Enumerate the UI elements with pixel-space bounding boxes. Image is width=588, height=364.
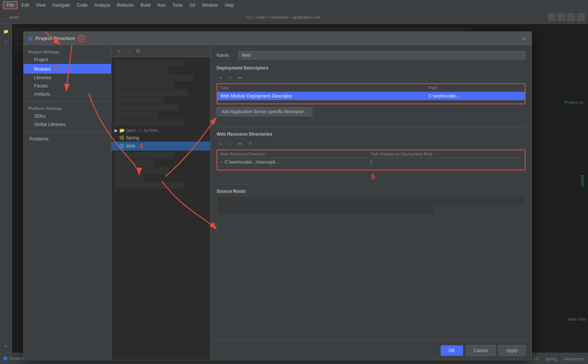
menu-window[interactable]: Window [199, 1, 221, 9]
dialog-title: ⊞ Project Structure 2 [28, 35, 85, 42]
toolbar-run-icon[interactable] [548, 13, 556, 21]
tree-project-root[interactable]: ▶ 📂 jawn...l...ta-forw... [111, 127, 210, 134]
tree-blurred-row [114, 160, 154, 166]
dialog-nav-panel: Project Settings Project Modules 3 Libra… [24, 45, 111, 360]
cancel-button[interactable]: Cancel [466, 345, 496, 356]
dialog-close-button[interactable]: ✕ [521, 36, 527, 41]
nav-divider2 [24, 132, 111, 132]
nav-problems[interactable]: Problems [24, 135, 111, 143]
tree-web-item[interactable]: 🌐 Web 4 [111, 142, 210, 151]
dialog-content-panel: Name: Deployment Descriptors + − ✏ [211, 45, 532, 360]
dialog-tree-panel: + − ⧉ ▶ [111, 45, 211, 360]
deployment-descriptors-title: Deployment Descriptors [217, 65, 526, 71]
tree-blurred-row [114, 82, 174, 89]
tree-add-btn[interactable]: + [114, 47, 123, 55]
menu-git[interactable]: Git [187, 1, 198, 9]
tree-blurred-row [114, 182, 184, 189]
menu-help[interactable]: Help [222, 1, 237, 9]
col-type: Type [217, 84, 426, 92]
deployment-table-row[interactable]: Web Module Deployment Descriptor C:\work… [217, 92, 525, 101]
deployment-path-cell: C:\work\code\... [426, 92, 525, 101]
menu-run[interactable]: Run [154, 1, 169, 9]
col-web-dir: Web Resource Directory [217, 150, 368, 158]
webres-table-wrapper: Web Resource Directory Path Relative to … [217, 149, 526, 170]
webres-remove-btn[interactable]: − [226, 140, 235, 148]
nav-project[interactable]: Project [24, 56, 111, 64]
toolbar-settings-icon[interactable] [567, 13, 575, 21]
web-resource-title: Web Resource Directories [217, 132, 526, 137]
nav-sdks[interactable]: SDKs [24, 112, 111, 120]
name-input[interactable] [238, 51, 526, 59]
toolbar-refresh-icon[interactable] [577, 13, 585, 21]
project-settings-label: Project Settings [24, 48, 111, 56]
menu-code[interactable]: Code [74, 1, 91, 9]
dialog-body: Project Settings Project Modules 3 Libra… [24, 45, 532, 360]
deployment-edit-btn[interactable]: ✏ [236, 74, 244, 82]
tree-remove-btn[interactable]: − [124, 47, 132, 55]
tree-blurred-row [114, 152, 174, 159]
webres-edit-btn[interactable]: ✏ [236, 140, 244, 148]
project-structure-dialog: ⊞ Project Structure 2 ✕ Project Settings… [23, 31, 532, 360]
web-resource-toolbar: + − ✏ ? [217, 140, 526, 148]
menu-edit[interactable]: Edit [18, 1, 32, 9]
step-2-badge: 2 [78, 35, 85, 42]
source-roots-area [217, 197, 526, 214]
tree-copy-btn[interactable]: ⧉ [134, 47, 142, 55]
deployment-table: Type Path Web Module Deployment Descript… [217, 84, 525, 101]
menu-analyze[interactable]: Analyze [91, 1, 113, 9]
menu-navigate[interactable]: Navigate [49, 1, 73, 9]
tree-blurred-row [114, 67, 169, 74]
tree-toolbar: + − ⧉ [111, 45, 210, 57]
source-roots-title: Source Roots [217, 189, 526, 194]
ok-button[interactable]: OK [441, 345, 463, 356]
folder-icon: ▪ [220, 160, 222, 165]
menu-refactor[interactable]: Refactor [114, 1, 137, 9]
menu-view[interactable]: View [33, 1, 49, 9]
menu-file[interactable]: File [3, 1, 18, 9]
breadcrumb: src > main > resources > application.yml [246, 15, 320, 19]
sidebar-icon-project[interactable]: 📁 [1, 27, 10, 36]
tree-area: ▶ 📂 jawn...l...ta-forw... 🌿 Spring 🌐 Web… [111, 57, 210, 360]
sidebar-icon-structure[interactable]: ≡ [1, 342, 10, 351]
step-5-badge-bottom: 5 [371, 173, 375, 181]
dialog-titlebar: ⊞ Project Structure 2 ✕ [24, 32, 532, 45]
menu-tools[interactable]: Tools [169, 1, 186, 9]
tree-blurred-row [114, 167, 169, 174]
toolbar-debug-icon[interactable] [557, 13, 566, 21]
nav-global-libraries[interactable]: Global Libraries [24, 120, 111, 129]
section-divider-1 [217, 127, 526, 127]
nav-modules[interactable]: Modules 3 [24, 64, 111, 74]
col-path: Path [426, 84, 525, 92]
deployment-add-btn[interactable]: + [217, 74, 225, 82]
left-sidebar: 📁 ✓ ≡ ★ [0, 24, 12, 364]
webres-table-row[interactable]: ▪ C:\work\code\...\intercept\... / [217, 158, 525, 167]
webres-path-cell: / [368, 158, 525, 167]
tree-blurred-row [114, 59, 184, 66]
nav-facets[interactable]: Facets [24, 82, 111, 90]
webres-help-btn[interactable]: ? [246, 140, 254, 148]
status-datasource: datasource: [564, 357, 585, 361]
webres-table: Web Resource Directory Path Relative to … [217, 150, 525, 167]
source-roots-blurred-row-2 [217, 206, 434, 214]
tree-blurred-row [114, 74, 193, 81]
nav-divider [24, 101, 111, 102]
apply-button[interactable]: Apply [499, 345, 526, 356]
tree-blurred-row [114, 104, 179, 111]
tree-blurred-row [114, 119, 184, 126]
nav-libraries[interactable]: Libraries [24, 74, 111, 82]
deployment-remove-btn[interactable]: − [226, 74, 235, 82]
menu-build[interactable]: Build [138, 1, 154, 9]
deployment-type-cell: Web Module Deployment Descriptor [217, 92, 426, 101]
tree-blurred-row [114, 175, 144, 181]
dialog-overlay: ⊞ Project Structure 2 ✕ Project Settings… [12, 24, 588, 353]
source-roots-blurred-row [217, 197, 525, 205]
nav-artifacts[interactable]: Artifacts [24, 90, 111, 98]
webres-add-btn[interactable]: + [217, 140, 225, 148]
add-server-button[interactable]: Add Application Server specific descript… [217, 107, 312, 116]
tree-spring-item[interactable]: 🌿 Spring [111, 134, 210, 142]
sidebar-icon-commit[interactable]: ✓ [1, 37, 10, 46]
right-content-area: Name: Deployment Descriptors + − ✏ [211, 45, 532, 340]
step-3-label: 3 [55, 65, 59, 72]
tree-blurred-row [114, 97, 164, 104]
status-spring: spring: [545, 357, 557, 361]
